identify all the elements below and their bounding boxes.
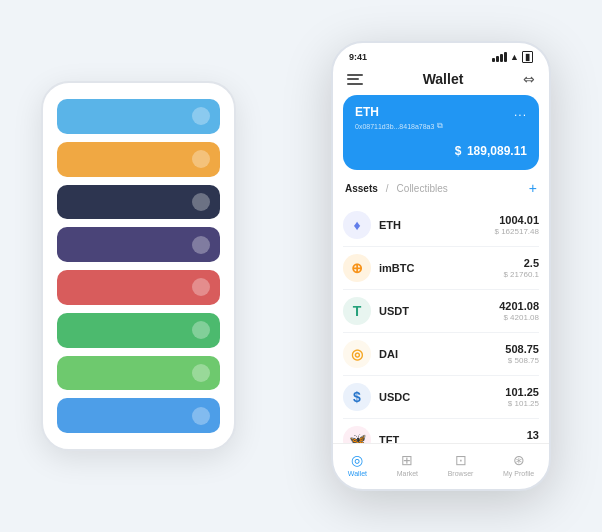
asset-list: ♦ETH1004.01$ 162517.48⊕imBTC2.5$ 21760.1… (333, 204, 549, 443)
asset-amount-secondary: $ 4201.08 (499, 313, 539, 322)
asset-icon-usdt: T (343, 297, 371, 325)
color-card-card-green (57, 313, 220, 348)
tab-separator: / (386, 183, 389, 194)
asset-item-tft[interactable]: 🦋TFT130 (343, 419, 539, 443)
tab-assets[interactable]: Assets (345, 183, 378, 194)
nav-label-market: Market (397, 470, 418, 477)
asset-amount-secondary: $ 101.25 (505, 399, 539, 408)
color-card-card-blue (57, 398, 220, 433)
time: 9:41 (349, 52, 367, 62)
asset-amounts-eth: 1004.01$ 162517.48 (495, 214, 540, 236)
asset-item-usdc[interactable]: $USDC101.25$ 101.25 (343, 376, 539, 419)
color-card-card-light-green (57, 356, 220, 391)
asset-name-tft: TFT (379, 434, 527, 443)
asset-name-imbtc: imBTC (379, 262, 503, 274)
asset-icon-imbtc: ⊕ (343, 254, 371, 282)
asset-amounts-usdt: 4201.08$ 4201.08 (499, 300, 539, 322)
eth-card-address: 0x08711d3b...8418a78a3 ⧉ (355, 121, 443, 131)
menu-icon[interactable] (347, 74, 363, 85)
tab-collectibles[interactable]: Collectibles (397, 183, 448, 194)
assets-header: Assets / Collectibles + (333, 180, 549, 204)
asset-icon-dai: ◎ (343, 340, 371, 368)
nav-item-market[interactable]: ⊞Market (397, 452, 418, 477)
eth-card-more-icon[interactable]: ... (514, 105, 527, 119)
bottom-nav: ◎Wallet⊞Market⊡Browser⊛My Profile (333, 443, 549, 489)
color-card-card-dark-navy (57, 185, 220, 220)
asset-amount-secondary: $ 508.75 (505, 356, 539, 365)
nav-label-browser: Browser (448, 470, 474, 477)
asset-amount-secondary: $ 162517.48 (495, 227, 540, 236)
phone-front: 9:41 ▲ ▮ Wallet ⇔ (331, 41, 551, 491)
asset-amount-primary: 508.75 (505, 343, 539, 355)
color-card-icon (192, 407, 210, 425)
asset-amount-primary: 101.25 (505, 386, 539, 398)
asset-name-usdc: USDC (379, 391, 505, 403)
nav-item-wallet[interactable]: ◎Wallet (348, 452, 367, 477)
eth-card-amount: $ 189,089.11 (355, 137, 527, 160)
asset-icon-usdc: $ (343, 383, 371, 411)
eth-card-title: ETH (355, 105, 443, 119)
asset-amount-primary: 1004.01 (495, 214, 540, 226)
asset-amount-secondary: $ 21760.1 (503, 270, 539, 279)
wallet-nav-icon: ◎ (351, 452, 363, 468)
scene: 9:41 ▲ ▮ Wallet ⇔ (21, 21, 581, 511)
asset-item-usdt[interactable]: TUSDT4201.08$ 4201.08 (343, 290, 539, 333)
assets-tabs: Assets / Collectibles (345, 183, 448, 194)
color-card-icon (192, 150, 210, 168)
asset-amounts-tft: 130 (527, 429, 539, 443)
eth-card: ETH 0x08711d3b...8418a78a3 ⧉ ... $ 189,0… (343, 95, 539, 170)
phone-back (41, 81, 236, 451)
asset-amount-primary: 4201.08 (499, 300, 539, 312)
asset-item-eth[interactable]: ♦ETH1004.01$ 162517.48 (343, 204, 539, 247)
browser-nav-icon: ⊡ (455, 452, 467, 468)
asset-name-eth: ETH (379, 219, 495, 231)
asset-amounts-imbtc: 2.5$ 21760.1 (503, 257, 539, 279)
color-card-card-red (57, 270, 220, 305)
status-icons: ▲ ▮ (492, 51, 533, 63)
asset-amounts-usdc: 101.25$ 101.25 (505, 386, 539, 408)
battery-icon: ▮ (522, 51, 533, 63)
asset-amount-primary: 2.5 (503, 257, 539, 269)
asset-name-dai: DAI (379, 348, 505, 360)
asset-name-usdt: USDT (379, 305, 499, 317)
wifi-icon: ▲ (510, 52, 519, 62)
market-nav-icon: ⊞ (401, 452, 413, 468)
color-card-card-blue-light (57, 99, 220, 134)
nav-label-my-profile: My Profile (503, 470, 534, 477)
add-asset-button[interactable]: + (529, 180, 537, 196)
color-card-card-purple (57, 227, 220, 262)
color-card-card-orange (57, 142, 220, 177)
nav-item-browser[interactable]: ⊡Browser (448, 452, 474, 477)
color-card-icon (192, 193, 210, 211)
asset-amount-primary: 13 (527, 429, 539, 441)
color-card-icon (192, 278, 210, 296)
color-card-icon (192, 107, 210, 125)
asset-amounts-dai: 508.75$ 508.75 (505, 343, 539, 365)
status-bar: 9:41 ▲ ▮ (333, 43, 549, 67)
asset-item-imbtc[interactable]: ⊕imBTC2.5$ 21760.1 (343, 247, 539, 290)
nav-title: Wallet (423, 71, 464, 87)
profile-nav-icon: ⊛ (513, 452, 525, 468)
color-card-icon (192, 321, 210, 339)
nav-label-wallet: Wallet (348, 470, 367, 477)
nav-item-my-profile[interactable]: ⊛My Profile (503, 452, 534, 477)
top-nav: Wallet ⇔ (333, 67, 549, 95)
color-card-icon (192, 236, 210, 254)
asset-icon-tft: 🦋 (343, 426, 371, 443)
asset-item-dai[interactable]: ◎DAI508.75$ 508.75 (343, 333, 539, 376)
asset-icon-eth: ♦ (343, 211, 371, 239)
color-card-icon (192, 364, 210, 382)
expand-icon[interactable]: ⇔ (523, 71, 535, 87)
